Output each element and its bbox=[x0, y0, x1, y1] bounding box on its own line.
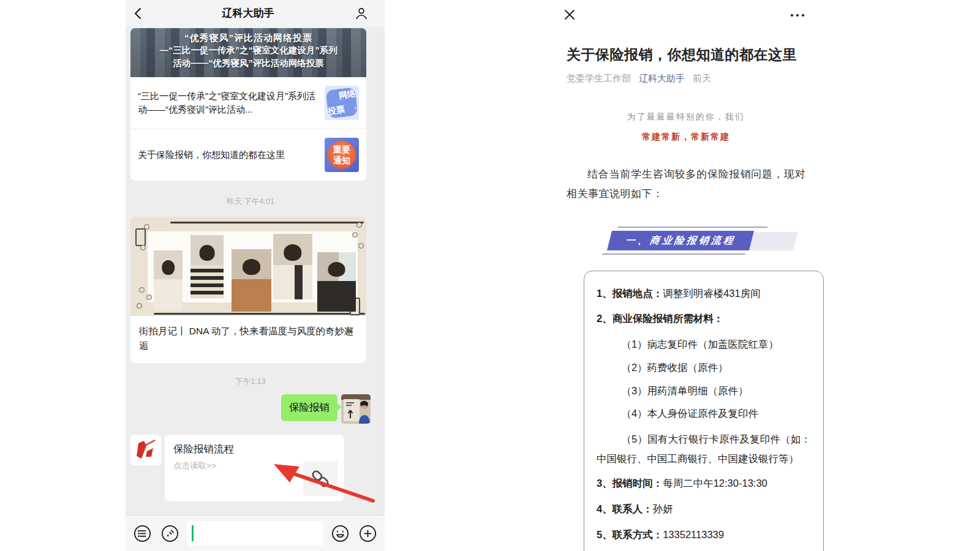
collage-card-title: 街拍月记丨 DNA 动了，快来看温度与风度的奇妙邂逅 bbox=[130, 316, 366, 363]
frame-deco-dot bbox=[144, 224, 149, 230]
chain-link-icon bbox=[308, 467, 333, 491]
wechat-article-view: 关于保险报销，你想知道的都在这里 党委学生工作部 辽科大助手 前天 为了最最最特… bbox=[554, 0, 818, 551]
link-card-title: 保险报销流程 bbox=[173, 443, 336, 456]
shortcut-menu-button[interactable] bbox=[133, 524, 152, 543]
cover-subline-2: 活动——“优秀寝风”评比活动网络投票 bbox=[130, 57, 366, 70]
box-item-text: 调整到明睿楼431房间 bbox=[663, 288, 761, 299]
section-badge: 一、商业险报销流程 bbox=[609, 227, 763, 255]
frame-deco-dot bbox=[137, 303, 142, 309]
article-paragraph: 结合当前学生咨询较多的保险报销问题，现对相关事宜说明如下： bbox=[567, 165, 805, 204]
timestamp: 昨天 下午4:01 bbox=[130, 197, 371, 207]
box-subitem-4: （4）本人身份证原件及复印件 bbox=[597, 406, 811, 421]
thumb-word: 重要 通知 bbox=[325, 144, 359, 166]
chat-header: 辽科大助手 bbox=[126, 0, 385, 27]
frame-deco-rect bbox=[135, 228, 146, 246]
more-attachments-button[interactable] bbox=[358, 524, 377, 543]
collage-push-card[interactable]: 街拍月记丨 DNA 动了，快来看温度与风度的奇妙邂逅 bbox=[130, 217, 366, 363]
more-options-button[interactable] bbox=[790, 9, 803, 22]
box-item-prefix: 1、报销地点： bbox=[597, 288, 663, 299]
box-item-prefix: 4、联系人： bbox=[597, 503, 653, 514]
frame-deco-dot bbox=[140, 245, 146, 250]
collage-cover-image bbox=[130, 217, 366, 316]
collage-photo-1 bbox=[154, 250, 183, 310]
article-item-title: 关于保险报销，你想知道的都在这里 bbox=[138, 148, 318, 162]
ellipsis-icon bbox=[790, 9, 805, 22]
voice-input-button[interactable] bbox=[160, 524, 179, 543]
article-author: 党委学生工作部 bbox=[567, 73, 631, 84]
intro-line: 为了最最最特别的你，我们 bbox=[554, 111, 818, 122]
box-subitem-1: （1）病志复印件（加盖医院红章） bbox=[597, 337, 811, 352]
box-item-prefix: 2、商业保险报销所需材料： bbox=[597, 313, 723, 324]
cover-headline: “优秀寝风”评比活动网络投票 bbox=[130, 28, 366, 44]
section-badge-label: 一、商业险报销流程 bbox=[624, 234, 736, 247]
message-input[interactable] bbox=[187, 521, 323, 545]
official-account-avatar[interactable] bbox=[130, 435, 161, 465]
article-cover-image[interactable]: “优秀寝风”评比活动网络投票 —“三比一促一传承”之“寝室文化建设月”系列 活动… bbox=[130, 28, 366, 77]
box-subitem-2: （2）药费收据（原件） bbox=[597, 360, 811, 375]
frame-deco-dot bbox=[139, 287, 145, 293]
article-byline: 党委学生工作部 辽科大助手 前天 bbox=[567, 73, 805, 84]
box-item-prefix: 5、联系方式： bbox=[597, 529, 663, 540]
article-push-card: “优秀寝风”评比活动网络投票 —“三比一促一传承”之“寝室文化建设月”系列 活动… bbox=[130, 28, 366, 181]
slogan-line: 常建常新，常新常建 bbox=[554, 132, 818, 143]
user-avatar-image bbox=[341, 394, 371, 424]
chat-title: 辽科大助手 bbox=[126, 0, 371, 27]
contact-profile-button[interactable] bbox=[354, 6, 369, 21]
account-logo-icon bbox=[134, 438, 158, 462]
article-title: 关于保险报销，你想知道的都在这里 bbox=[567, 45, 805, 64]
sparkle-icon: ✦ bbox=[353, 105, 358, 111]
list-menu-icon bbox=[133, 524, 152, 543]
collage-photo-5 bbox=[317, 252, 356, 312]
box-item-phone: 5、联系方式：13352113339 bbox=[597, 527, 811, 542]
account-link[interactable]: 辽科大助手 bbox=[639, 73, 685, 84]
frame-deco-dot bbox=[146, 294, 152, 300]
link-message-card[interactable]: 保险报销流程 点击读取>> bbox=[165, 435, 344, 501]
article-item-thumbnail-vote: ✦ 网络 投票 ✦ bbox=[325, 86, 359, 120]
incoming-message-row: 保险报销流程 点击读取>> bbox=[130, 435, 371, 501]
outgoing-message-row: 保险报销 bbox=[130, 394, 371, 424]
article-list-item-2[interactable]: 关于保险报销，你想知道的都在这里 重要 通知 bbox=[130, 129, 366, 181]
box-item-materials: 2、商业保险报销所需材料： bbox=[597, 311, 811, 326]
article-item-thumbnail-notice: 重要 通知 bbox=[325, 138, 359, 172]
box-subitem-3: （3）用药清单明细（原件） bbox=[597, 383, 811, 399]
text-cursor bbox=[192, 525, 194, 541]
collage-photo-2 bbox=[190, 235, 224, 298]
badge-line bbox=[618, 227, 767, 228]
box-item-text: 13352113339 bbox=[663, 529, 724, 540]
user-avatar[interactable] bbox=[341, 394, 371, 424]
link-thumbnail bbox=[303, 462, 337, 496]
outgoing-message-bubble[interactable]: 保险报销 bbox=[281, 394, 337, 421]
frame-deco-dot bbox=[358, 243, 364, 249]
article-list-item-1[interactable]: “三比一促一传承”之“寝室文化建设月”系列活动——“优秀寝训”评比活动... ✦… bbox=[130, 77, 366, 129]
close-x-icon bbox=[564, 9, 576, 21]
box-item-prefix: 3、报销时间： bbox=[597, 478, 663, 489]
box-subitem-5: （5）国有大行银行卡原件及复印件（如：中国银行、中国工商银行、中国建设银行等） bbox=[597, 429, 811, 468]
box-item-text: 每周二中午12:30-13:30 bbox=[663, 478, 767, 489]
smiley-icon bbox=[331, 524, 350, 543]
timestamp: 下午1:13 bbox=[130, 377, 371, 387]
reimbursement-info-box: 1、报销地点：调整到明睿楼431房间 2、商业保险报销所需材料： （1）病志复印… bbox=[584, 271, 824, 551]
voice-wave-icon bbox=[160, 524, 179, 543]
frame-deco-dot bbox=[356, 222, 362, 228]
wechat-chat-screen: 辽科大助手 “优秀寝风”评比活动网络投票 —“三比一促一传承”之“寝室文化建设月… bbox=[126, 0, 385, 551]
box-item-contact: 4、联系人：孙妍 bbox=[597, 501, 811, 517]
close-button[interactable] bbox=[564, 9, 577, 22]
collage-photo-4 bbox=[273, 234, 312, 299]
badge-line bbox=[602, 253, 745, 255]
collage-photo-3 bbox=[232, 249, 271, 312]
chat-input-bar bbox=[126, 515, 385, 551]
message-list: “优秀寝风”评比活动网络投票 —“三比一促一传承”之“寝室文化建设月”系列 活动… bbox=[130, 28, 371, 501]
article-item-title: “三比一促一传承”之“寝室文化建设月”系列活动——“优秀寝训”评比活动... bbox=[138, 89, 318, 117]
article-date: 前天 bbox=[693, 73, 711, 84]
badge-shape: 一、商业险报销流程 bbox=[607, 231, 754, 250]
frame-line bbox=[170, 222, 364, 223]
emoji-button[interactable] bbox=[331, 524, 350, 543]
cover-subline-1: —“三比一促一传承”之“寝室文化建设月”系列 bbox=[130, 44, 366, 57]
frame-line bbox=[154, 313, 365, 315]
article-header bbox=[554, 0, 818, 22]
box-item-time: 3、报销时间：每周二中午12:30-13:30 bbox=[597, 476, 811, 491]
box-item-text: 孙妍 bbox=[653, 503, 673, 514]
box-item-location: 1、报销地点：调整到明睿楼431房间 bbox=[597, 286, 811, 301]
frame-deco-dot bbox=[352, 232, 358, 238]
person-icon bbox=[354, 6, 369, 21]
